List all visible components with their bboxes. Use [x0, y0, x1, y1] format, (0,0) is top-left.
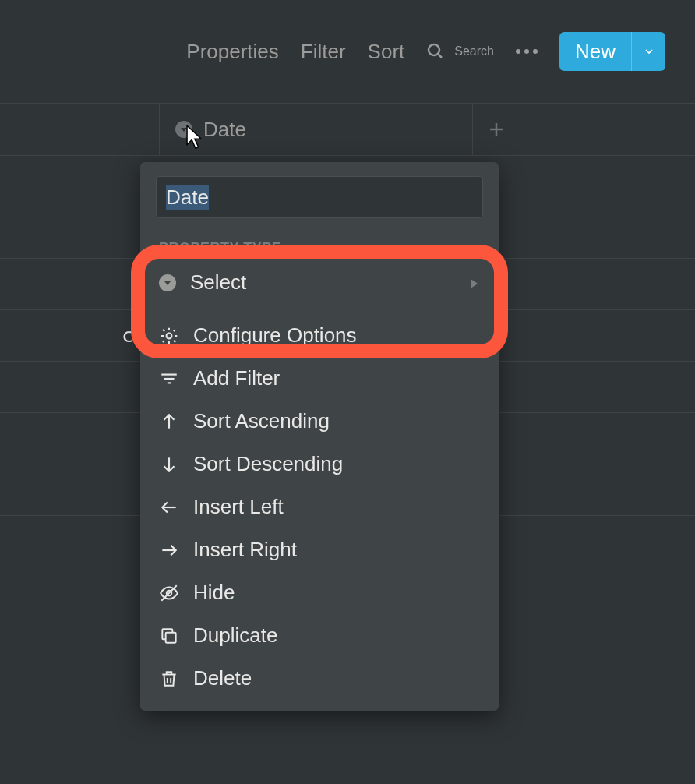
- mouse-cursor-icon: [185, 125, 206, 154]
- menu-separator: [140, 309, 499, 309]
- column-context-menu: Property Type Select Configure Options A…: [140, 162, 499, 711]
- menu-item-label: Hide: [193, 581, 235, 605]
- svg-marker-6: [471, 279, 478, 288]
- select-icon: [159, 274, 176, 291]
- property-type-select-item[interactable]: Select: [140, 261, 499, 304]
- sort-descending-item[interactable]: Sort Descending: [140, 443, 499, 486]
- menu-item-label: Configure Options: [193, 323, 357, 348]
- row-cell: [0, 464, 160, 515]
- sort-ascending-item[interactable]: Sort Ascending: [140, 400, 499, 443]
- row-cell: [0, 362, 160, 412]
- arrow-right-icon: [159, 540, 179, 560]
- gear-icon: [159, 326, 179, 346]
- svg-rect-17: [166, 632, 176, 642]
- arrow-down-icon: [159, 454, 179, 475]
- add-column-button[interactable]: [473, 104, 695, 155]
- column-header-date[interactable]: Date: [160, 104, 473, 155]
- new-button-dropdown[interactable]: [631, 32, 665, 71]
- row-cell: [0, 413, 160, 464]
- chevron-down-icon: [643, 45, 655, 58]
- insert-right-item[interactable]: Insert Right: [140, 528, 499, 571]
- menu-item-label: Sort Ascending: [193, 409, 330, 433]
- svg-point-7: [167, 333, 172, 338]
- properties-button[interactable]: Properties: [186, 40, 279, 64]
- filter-icon: [159, 369, 179, 389]
- eye-off-icon: [159, 583, 179, 603]
- filter-button[interactable]: Filter: [301, 40, 346, 64]
- menu-item-label: Sort Descending: [193, 452, 343, 476]
- property-type-section-label: Property Type: [140, 229, 499, 261]
- menu-item-label: Add Filter: [193, 366, 280, 390]
- configure-options-item[interactable]: Configure Options: [140, 314, 499, 357]
- delete-item[interactable]: Delete: [140, 657, 499, 700]
- column-rename-input[interactable]: [156, 176, 483, 218]
- hide-item[interactable]: Hide: [140, 571, 499, 614]
- menu-item-label: Insert Right: [193, 538, 297, 562]
- svg-line-1: [438, 54, 442, 58]
- new-button[interactable]: New: [559, 32, 665, 71]
- search-label: Search: [454, 44, 494, 58]
- add-filter-item[interactable]: Add Filter: [140, 357, 499, 400]
- row-cell: ı: [0, 207, 160, 258]
- column-header-empty[interactable]: [0, 104, 160, 155]
- arrow-up-icon: [159, 411, 179, 432]
- rename-input-wrap: [140, 162, 499, 229]
- menu-item-label: Duplicate: [193, 623, 277, 648]
- menu-item-label: Insert Left: [193, 495, 284, 519]
- plus-icon: [487, 120, 506, 139]
- arrow-left-icon: [159, 497, 179, 517]
- search-icon: [426, 42, 445, 61]
- duplicate-icon: [159, 626, 179, 646]
- menu-item-label: Select: [190, 270, 246, 295]
- menu-item-label: Delete: [193, 666, 252, 690]
- submenu-arrow-icon: [469, 270, 480, 295]
- duplicate-item[interactable]: Duplicate: [140, 614, 499, 657]
- new-button-label: New: [559, 32, 631, 71]
- row-cell: [0, 156, 160, 207]
- database-toolbar: Properties Filter Sort Search New: [0, 0, 695, 103]
- column-header-label: Date: [203, 118, 246, 142]
- row-cell: ⅽm: [0, 310, 160, 361]
- insert-left-item[interactable]: Insert Left: [140, 486, 499, 528]
- search-button[interactable]: Search: [426, 42, 494, 61]
- svg-marker-5: [164, 281, 171, 285]
- svg-point-0: [429, 44, 439, 55]
- row-cell: [0, 259, 160, 309]
- more-options-button[interactable]: [516, 49, 538, 54]
- table-header-row: Date: [0, 103, 695, 156]
- trash-icon: [159, 669, 179, 689]
- sort-button[interactable]: Sort: [368, 40, 405, 64]
